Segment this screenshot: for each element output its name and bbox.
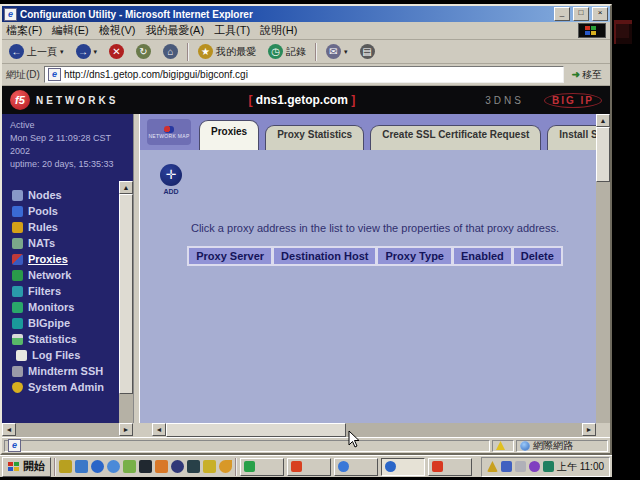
forward-button[interactable]: → ▾ — [73, 43, 101, 60]
status-bar: e 網際網路 — [2, 437, 610, 453]
tray-icon-1[interactable] — [487, 461, 498, 472]
scroll-left-icon[interactable]: ◄ — [2, 423, 16, 436]
sidebar-item-bigpipe[interactable]: BIGpipe — [2, 315, 133, 331]
quicklaunch-icon-6[interactable] — [139, 460, 152, 473]
back-button[interactable]: ← 上一頁 ▾ — [6, 43, 67, 60]
stop-button[interactable]: ✕ — [106, 43, 127, 60]
menu-view[interactable]: 檢視(V) — [99, 23, 136, 38]
quicklaunch-icon-2[interactable] — [75, 460, 88, 473]
sidebar-item-monitors[interactable]: Monitors — [2, 299, 133, 315]
taskbar-window-3[interactable] — [334, 458, 378, 476]
title-bar[interactable]: e Configuration Utility - Microsoft Inte… — [2, 6, 610, 22]
mindterm-ssh-icon — [12, 366, 23, 377]
menu-help[interactable]: 說明(H) — [260, 23, 297, 38]
sidebar-item-pools[interactable]: Pools — [2, 203, 133, 219]
sidebar-item-nats[interactable]: NATs — [2, 235, 133, 251]
history-button[interactable]: ◷ 記錄 — [265, 43, 309, 60]
address-bar: 網址(D) e http://dns1.getop.com/bigipgui/b… — [2, 64, 610, 86]
f5-logo-icon: f5 — [10, 90, 30, 110]
column-proxy-type[interactable]: Proxy Type — [376, 246, 452, 266]
main-horizontal-scrollbar[interactable]: ◄ ► — [152, 423, 596, 437]
quicklaunch-icon-10[interactable] — [203, 460, 216, 473]
address-input[interactable]: e http://dns1.getop.com/bigipgui/bigconf… — [44, 66, 564, 83]
menu-favorites[interactable]: 我的最愛(A) — [145, 23, 204, 38]
sidebar-item-statistics[interactable]: Statistics — [2, 331, 133, 347]
quicklaunch-icon-7[interactable] — [155, 460, 168, 473]
quicklaunch-icon-3[interactable] — [91, 460, 104, 473]
column-delete[interactable]: Delete — [512, 246, 563, 266]
sidebar-item-mindterm-ssh[interactable]: Mindterm SSH — [2, 363, 133, 379]
history-label: 記錄 — [286, 45, 306, 59]
sidebar-item-filters[interactable]: Filters — [2, 283, 133, 299]
home-button[interactable]: ⌂ — [160, 43, 181, 60]
sidebar-item-rules[interactable]: Rules — [2, 219, 133, 235]
quicklaunch-icon-5[interactable] — [123, 460, 136, 473]
tab-create-ssl-certificate-request[interactable]: Create SSL Certificate Request — [370, 125, 541, 150]
taskbar-window-2[interactable] — [287, 458, 331, 476]
go-button[interactable]: ➜ 移至 — [568, 67, 606, 83]
favorites-button[interactable]: ★ 我的最愛 — [195, 43, 259, 60]
sidebar-vertical-scrollbar[interactable]: ▲ ▼ — [119, 181, 133, 437]
status-message-pane: e — [4, 440, 490, 452]
forward-dropdown-icon[interactable]: ▾ — [94, 48, 98, 56]
hostname: dns1.getop.com — [256, 93, 348, 107]
mail-dropdown-icon[interactable]: ▾ — [344, 48, 348, 56]
app-icon — [432, 461, 443, 472]
scrollbar-thumb[interactable] — [166, 423, 346, 437]
menu-edit[interactable]: 編輯(E) — [52, 23, 89, 38]
mail-button[interactable]: ✉ ▾ — [323, 43, 351, 60]
tab-proxy-statistics[interactable]: Proxy Statistics — [265, 125, 364, 150]
quicklaunch-icon-4[interactable] — [107, 460, 120, 473]
tray-icon-4[interactable] — [529, 461, 540, 472]
tab-proxies[interactable]: Proxies — [199, 120, 259, 150]
taskbar-window-1[interactable] — [240, 458, 284, 476]
scrollbar-thumb[interactable] — [596, 127, 610, 182]
column-proxy-server[interactable]: Proxy Server — [187, 246, 272, 266]
quicklaunch-icon-11[interactable] — [219, 460, 232, 473]
sidebar-item-network[interactable]: Network — [2, 267, 133, 283]
sidebar-item-system-admin[interactable]: System Admin — [2, 379, 133, 395]
main-vertical-scrollbar[interactable]: ▲ ▼ — [596, 114, 610, 437]
quicklaunch-icon-8[interactable] — [171, 460, 184, 473]
start-button[interactable]: 開始 — [2, 457, 51, 477]
close-button[interactable]: × — [592, 7, 608, 21]
tray-icon-3[interactable] — [515, 461, 526, 472]
home-icon: ⌂ — [163, 44, 178, 59]
column-enabled[interactable]: Enabled — [452, 246, 512, 266]
scrollbar-thumb[interactable] — [119, 194, 133, 394]
pools-icon — [12, 206, 23, 217]
mail-icon: ✉ — [326, 44, 341, 59]
taskbar-window-5[interactable] — [428, 458, 472, 476]
network-map-button[interactable]: NETWORK MAP — [147, 119, 191, 145]
print-button[interactable]: ▤ — [357, 43, 378, 60]
scroll-left-icon[interactable]: ◄ — [152, 423, 166, 436]
scroll-up-icon[interactable]: ▲ — [119, 181, 133, 194]
quicklaunch-icon-9[interactable] — [187, 460, 200, 473]
url-icon: e — [48, 68, 61, 81]
quicklaunch-icon-1[interactable] — [59, 460, 72, 473]
frame-divider[interactable] — [133, 114, 140, 437]
minimize-button[interactable]: _ — [554, 7, 570, 21]
taskbar-window-active[interactable] — [381, 458, 425, 476]
nodes-icon — [12, 190, 23, 201]
sidebar-item-nodes[interactable]: Nodes — [2, 187, 133, 203]
back-dropdown-icon[interactable]: ▾ — [60, 48, 64, 56]
add-proxy-button[interactable]: ✛ ADD — [158, 164, 184, 195]
tray-icon-5[interactable] — [543, 461, 554, 472]
alert-icon — [496, 441, 505, 450]
sidebar-horizontal-scrollbar[interactable]: ◄ ► — [2, 423, 133, 437]
refresh-button[interactable]: ↻ — [133, 43, 154, 60]
menu-file[interactable]: 檔案(F) — [6, 23, 42, 38]
tray-icon-2[interactable] — [501, 461, 512, 472]
sidebar-item-proxies[interactable]: Proxies — [2, 251, 133, 267]
scroll-right-icon[interactable]: ► — [119, 423, 133, 436]
network-map-label: NETWORK MAP — [148, 133, 189, 139]
mouse-cursor — [348, 430, 361, 449]
history-icon: ◷ — [268, 44, 283, 59]
scroll-right-icon[interactable]: ► — [582, 423, 596, 436]
scroll-up-icon[interactable]: ▲ — [596, 114, 610, 127]
column-destination-host[interactable]: Destination Host — [272, 246, 376, 266]
maximize-button[interactable]: □ — [573, 7, 589, 21]
sidebar-item-log-files[interactable]: Log Files — [2, 347, 133, 363]
menu-tools[interactable]: 工具(T) — [214, 23, 250, 38]
